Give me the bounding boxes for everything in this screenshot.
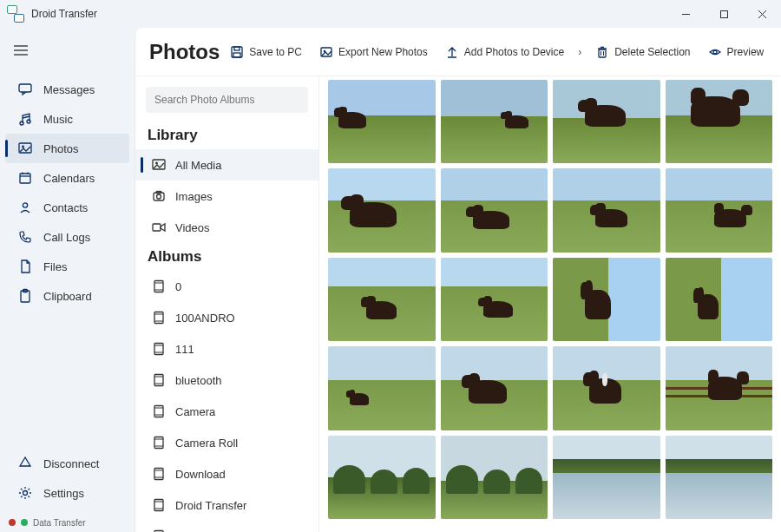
svg-point-12 <box>22 146 24 148</box>
sidebar-item-messages[interactable]: Messages <box>5 75 129 104</box>
library-panel: Library All MediaImagesVideos Albums 010… <box>135 76 319 532</box>
album-item[interactable]: Droid Transfer <box>135 489 318 521</box>
library-item-all-media[interactable]: All Media <box>135 149 318 181</box>
sidebar-item-disconnect[interactable]: Disconnect <box>5 449 129 478</box>
library-header: Library <box>135 122 318 149</box>
svg-point-32 <box>713 50 717 54</box>
album-icon <box>151 435 167 450</box>
maximize-button[interactable] <box>705 0 743 28</box>
album-icon <box>151 279 167 294</box>
sidebar-item-photos[interactable]: Photos <box>5 134 129 163</box>
eye-icon <box>708 45 722 59</box>
delete-label: Delete Selection <box>614 46 690 58</box>
photo-thumbnail[interactable] <box>666 80 773 163</box>
sidebar-item-call-logs[interactable]: Call Logs <box>5 222 129 252</box>
album-item[interactable]: Camera Roll <box>135 427 318 458</box>
photo-thumbnail[interactable] <box>553 258 660 341</box>
preview-label: Preview <box>727 46 765 58</box>
svg-point-17 <box>23 203 27 207</box>
trash-icon <box>595 45 609 59</box>
photo-grid[interactable] <box>319 76 781 532</box>
export-new-photos-button[interactable]: Export New Photos <box>312 40 435 64</box>
preview-button[interactable]: Preview <box>701 40 771 64</box>
library-item-videos[interactable]: Videos <box>135 212 318 243</box>
album-item[interactable]: 100ANDRO <box>135 302 318 333</box>
album-icon <box>151 466 167 482</box>
save-to-pc-button[interactable]: Save to PC <box>223 40 309 64</box>
photo-thumbnail[interactable] <box>441 436 548 519</box>
photo-thumbnail[interactable] <box>666 258 773 341</box>
minimize-button[interactable] <box>666 0 705 28</box>
sidebar-item-label: Clipboard <box>43 290 92 303</box>
photo-thumbnail[interactable] <box>666 436 773 519</box>
contacts-icon <box>17 200 33 215</box>
photo-thumbnail[interactable] <box>441 168 548 252</box>
album-icon <box>151 310 167 325</box>
sidebar-item-clipboard[interactable]: Clipboard <box>5 281 129 311</box>
status-bar: Data Transfer <box>0 513 135 532</box>
album-label: Droid Transfer <box>175 499 246 512</box>
photo-thumbnail[interactable] <box>328 346 436 430</box>
photo-thumbnail[interactable] <box>553 436 660 519</box>
titlebar: Droid Transfer <box>0 0 781 28</box>
save-label: Save to PC <box>249 46 302 58</box>
album-item[interactable]: 0 <box>135 271 318 302</box>
toolbar: Photos Save to PC Export New Photos Add … <box>135 28 781 76</box>
album-icon <box>151 497 167 513</box>
export-label: Export New Photos <box>338 46 428 58</box>
svg-rect-13 <box>20 174 30 183</box>
photo-thumbnail[interactable] <box>328 80 436 163</box>
album-item[interactable]: Droid Transfer <box>135 521 318 532</box>
sidebar-item-music[interactable]: Music <box>5 104 129 134</box>
sidebar: MessagesMusicPhotosCalendarsContactsCall… <box>0 28 135 532</box>
sidebar-item-contacts[interactable]: Contacts <box>5 193 129 222</box>
album-label: Download <box>175 468 226 481</box>
photo-thumbnail[interactable] <box>666 168 773 252</box>
svg-point-36 <box>157 194 161 199</box>
svg-rect-51 <box>154 406 163 417</box>
export-icon <box>319 45 333 59</box>
delete-selection-button[interactable]: Delete Selection <box>588 40 697 64</box>
sidebar-item-files[interactable]: Files <box>5 252 129 281</box>
images-icon <box>151 188 167 204</box>
add-photos-button[interactable]: Add Photos to Device <box>438 40 571 64</box>
hamburger-button[interactable] <box>5 35 36 66</box>
svg-rect-1 <box>720 10 727 17</box>
svg-rect-22 <box>234 47 240 50</box>
photo-thumbnail[interactable] <box>666 346 773 430</box>
library-item-label: Images <box>175 190 213 203</box>
photo-thumbnail[interactable] <box>441 346 548 430</box>
photo-thumbnail[interactable] <box>553 346 660 430</box>
photo-thumbnail[interactable] <box>553 168 660 252</box>
search-input[interactable] <box>146 87 308 113</box>
album-label: Camera <box>175 405 215 418</box>
album-item[interactable]: 111 <box>135 333 318 365</box>
svg-point-20 <box>23 491 28 496</box>
app-title: Droid Transfer <box>31 8 97 20</box>
photo-thumbnail[interactable] <box>553 80 660 163</box>
sidebar-item-label: Settings <box>43 487 84 500</box>
album-label: 100ANDRO <box>175 312 235 325</box>
svg-rect-48 <box>154 375 163 386</box>
toolbar-overflow-chevron[interactable]: › <box>574 46 585 58</box>
library-item-images[interactable]: Images <box>135 181 318 212</box>
photo-thumbnail[interactable] <box>328 258 436 341</box>
close-button[interactable] <box>743 0 781 28</box>
videos-icon <box>151 220 167 235</box>
photo-thumbnail[interactable] <box>328 168 436 252</box>
album-item[interactable]: bluetooth <box>135 365 318 396</box>
album-item[interactable]: Camera <box>135 396 318 427</box>
albums-header: Albums <box>135 243 318 271</box>
photo-thumbnail[interactable] <box>441 258 548 341</box>
album-icon <box>151 341 167 357</box>
photo-thumbnail[interactable] <box>328 436 436 519</box>
album-item[interactable]: Download <box>135 458 318 489</box>
photo-thumbnail[interactable] <box>441 80 548 163</box>
search-container <box>146 87 308 113</box>
sidebar-item-settings[interactable]: Settings <box>5 478 129 508</box>
sidebar-item-calendars[interactable]: Calendars <box>5 163 129 193</box>
sidebar-item-label: Music <box>43 113 73 126</box>
sidebar-item-label: Files <box>43 260 67 273</box>
sidebar-item-label: Calendars <box>43 172 95 185</box>
svg-rect-23 <box>233 53 240 57</box>
